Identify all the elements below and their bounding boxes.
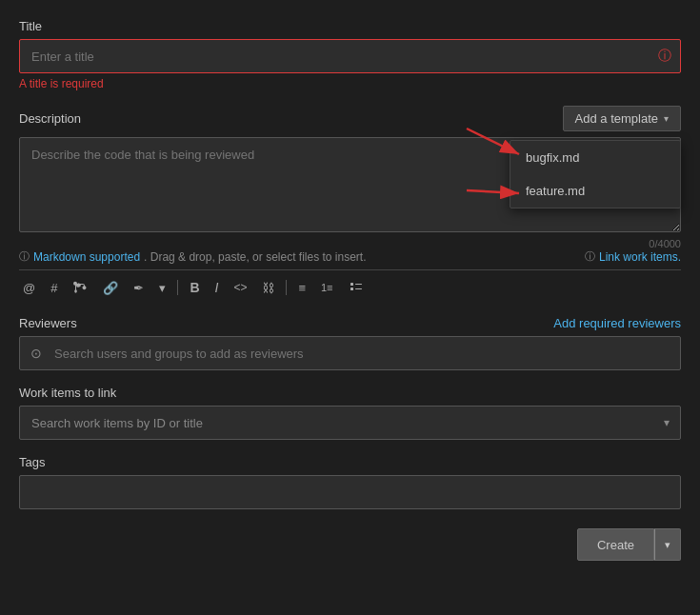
title-label: Title (19, 19, 681, 33)
toolbar-code-button[interactable]: <> (230, 279, 250, 296)
markdown-link[interactable]: Markdown supported (33, 250, 140, 264)
description-section: Description Add a template ▾ bugfix.md f… (19, 106, 681, 301)
ordered-list-icon: 1≡ (321, 281, 334, 294)
chevron-down-icon: ▾ (664, 113, 669, 124)
bottom-bar: Create ▾ (19, 528, 681, 561)
add-template-button[interactable]: Add a template ▾ (563, 106, 681, 131)
add-template-wrapper: Add a template ▾ bugfix.md feature.md (563, 106, 681, 131)
toolbar-task-button[interactable] (346, 279, 367, 296)
link-work-items-label: Link work items. (599, 250, 681, 264)
svg-rect-1 (350, 283, 353, 286)
description-toolbar: @ # 🔗 ✒ ▾ B I <> ⛓ ≡ 1≡ (19, 269, 681, 301)
template-dropdown: bugfix.md feature.md (510, 140, 681, 208)
toolbar-branch-button[interactable] (69, 279, 91, 296)
task-list-icon (350, 281, 363, 294)
toolbar-link-button[interactable]: 🔗 (99, 279, 122, 297)
toolbar-italic-button[interactable]: I (211, 278, 223, 297)
char-count: 0/4000 (19, 238, 681, 249)
toolbar-pen-button[interactable]: ✒ (130, 279, 148, 297)
work-items-select-wrapper: Search work items by ID or title ▾ (19, 406, 681, 440)
create-chevron-icon: ▾ (665, 539, 670, 551)
toolbar-at-button[interactable]: @ (19, 279, 39, 297)
info-circle-icon: ⓘ (19, 249, 30, 264)
reviewers-search-input[interactable] (19, 336, 681, 370)
svg-text:1≡: 1≡ (321, 282, 333, 293)
title-input[interactable] (19, 39, 681, 73)
toolbar-divider-1 (177, 280, 178, 295)
markdown-left: ⓘ Markdown supported . Drag & drop, past… (19, 249, 367, 264)
toolbar-bold-button[interactable]: B (186, 278, 203, 297)
toolbar-hash-button[interactable]: # (47, 279, 61, 297)
tags-section: Tags (19, 455, 681, 509)
markdown-drag-text: . Drag & drop, paste, or select files to… (144, 250, 366, 264)
svg-rect-4 (355, 288, 362, 289)
reviewers-label: Reviewers (19, 316, 77, 330)
work-items-select[interactable]: Search work items by ID or title (19, 406, 681, 440)
link-work-items-link[interactable]: ⓘ Link work items. (585, 249, 681, 264)
work-items-section: Work items to link Search work items by … (19, 386, 681, 440)
description-label: Description (19, 111, 81, 126)
create-button[interactable]: Create (577, 528, 654, 561)
template-item-bugfix[interactable]: bugfix.md (510, 141, 680, 174)
tags-label: Tags (19, 455, 681, 469)
error-icon: ⓘ (658, 48, 671, 65)
svg-rect-2 (355, 284, 362, 285)
toolbar-pen-dropdown[interactable]: ▾ (155, 279, 170, 297)
person-icon: ⊙ (30, 346, 42, 361)
title-input-wrapper: ⓘ (19, 39, 681, 73)
reviewers-search-wrapper: ⊙ (19, 336, 681, 370)
reviewers-header: Reviewers Add required reviewers (19, 316, 681, 330)
toolbar-divider-2 (286, 280, 287, 295)
toolbar-ol-button[interactable]: 1≡ (317, 279, 338, 296)
toolbar-link2-button[interactable]: ⛓ (258, 279, 278, 297)
branch-icon (72, 281, 88, 294)
toolbar-ul-button[interactable]: ≡ (294, 279, 310, 297)
work-items-label: Work items to link (19, 386, 681, 400)
svg-rect-3 (350, 288, 353, 290)
title-section: Title ⓘ A title is required (19, 19, 681, 90)
add-template-label: Add a template (575, 111, 658, 126)
template-item-feature[interactable]: feature.md (510, 174, 680, 208)
info-icon-right: ⓘ (585, 249, 595, 264)
tags-input[interactable] (19, 475, 681, 509)
description-header: Description Add a template ▾ bugfix.md f… (19, 106, 681, 131)
reviewers-section: Reviewers Add required reviewers ⊙ (19, 316, 681, 370)
add-required-reviewers-button[interactable]: Add required reviewers (553, 316, 681, 330)
markdown-info: ⓘ Markdown supported . Drag & drop, past… (19, 249, 681, 264)
title-error: A title is required (19, 77, 681, 90)
markdown-right: ⓘ Link work items. (585, 249, 681, 264)
create-dropdown-button[interactable]: ▾ (654, 528, 681, 561)
